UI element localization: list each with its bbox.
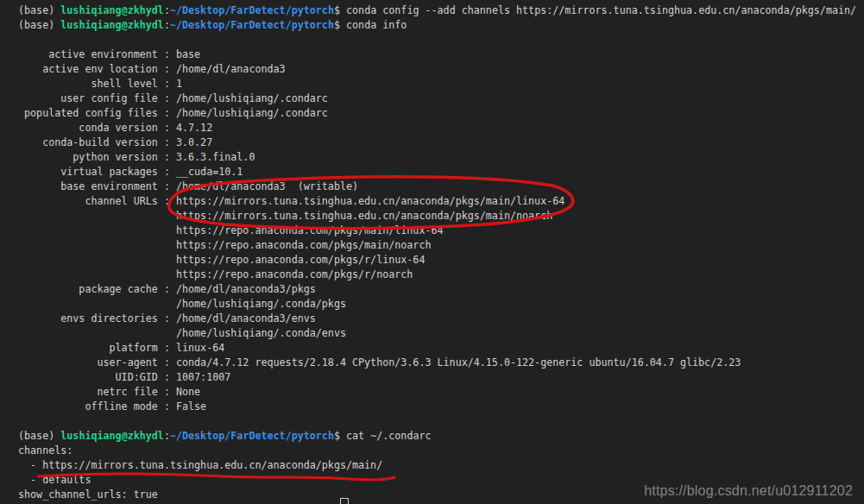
blank-line [18, 33, 864, 47]
blank-line [18, 414, 864, 429]
terminal-line: populated config files : /home/lushiqian… [18, 106, 864, 121]
terminal-line: python version : 3.6.3.final.0 [18, 150, 864, 165]
watermark: https://blog.csdn.net/u012911202 [644, 483, 853, 499]
terminal-line: UID:GID : 1007:1007 [18, 370, 864, 385]
terminal-line: https://mirrors.tuna.tsinghua.edu.cn/ana… [18, 209, 864, 224]
terminal-line: active env location : /home/dl/anaconda3 [18, 62, 864, 77]
prompt-path: ~/Desktop/FarDetect/pytorch [170, 430, 334, 442]
prompt-line-conda-config: (base) lushiqiang@zkhydl:~/Desktop/FarDe… [18, 3, 864, 18]
terminal-line: user config file : /home/lushiqiang/.con… [18, 91, 864, 106]
prompt-user-host: lushiqiang@zkhydl [60, 19, 164, 31]
terminal-line: platform : linux-64 [18, 341, 864, 356]
conda-info-output: active environment : base active env loc… [18, 47, 864, 414]
prompt-user-host: lushiqiang@zkhydl [60, 430, 164, 442]
terminal-line: offline mode : False [18, 400, 864, 414]
terminal-line: https://repo.anaconda.com/pkgs/main/linu… [18, 224, 864, 238]
command-conda-config: conda config --add channels https://mirr… [346, 4, 856, 16]
terminal-line: /home/lushiqiang/.conda/pkgs [18, 297, 864, 312]
terminal-line: user-agent : conda/4.7.12 requests/2.18.… [18, 356, 864, 370]
prompt-user-host: lushiqiang@zkhydl [60, 4, 164, 16]
prompt-colon: : [164, 4, 170, 16]
prompt-dollar: $ [334, 19, 346, 31]
terminal-line: shell level : 1 [18, 77, 864, 91]
terminal-line: channel URLs : https://mirrors.tuna.tsin… [18, 194, 864, 209]
terminal-line: https://repo.anaconda.com/pkgs/r/noarch [18, 268, 864, 282]
terminal-line: virtual packages : __cuda=10.1 [18, 165, 864, 180]
terminal-line: https://repo.anaconda.com/pkgs/main/noar… [18, 238, 864, 253]
prompt-colon: : [164, 19, 170, 31]
prompt-path: ~/Desktop/FarDetect/pytorch [170, 19, 334, 31]
command-cat-condarc: cat ~/.condarc [346, 430, 432, 442]
terminal-line: https://repo.anaconda.com/pkgs/r/linux-6… [18, 253, 864, 268]
terminal-line: channels: [18, 444, 864, 458]
terminal-line: conda version : 4.7.12 [18, 121, 864, 135]
terminal-line: netrc file : None [18, 385, 864, 400]
prompt-env: (base) [18, 430, 60, 442]
prompt-colon: : [164, 430, 170, 442]
terminal-line: envs directories : /home/dl/anaconda3/en… [18, 312, 864, 326]
prompt-line-conda-info: (base) lushiqiang@zkhydl:~/Desktop/FarDe… [18, 18, 864, 33]
terminal-line: active environment : base [18, 47, 864, 62]
prompt-path: ~/Desktop/FarDetect/pytorch [170, 4, 334, 16]
terminal-line: /home/lushiqiang/.conda/envs [18, 326, 864, 341]
terminal-line: conda-build version : 3.0.27 [18, 135, 864, 150]
prompt-dollar: $ [334, 4, 346, 16]
terminal-cursor [340, 498, 349, 504]
terminal-line: - https://mirrors.tuna.tsinghua.edu.cn/a… [18, 458, 864, 473]
prompt-env: (base) [18, 19, 60, 31]
prompt-dollar: $ [334, 430, 346, 442]
terminal-window[interactable]: (base) lushiqiang@zkhydl:~/Desktop/FarDe… [0, 0, 864, 504]
terminal-line: package cache : /home/dl/anaconda3/pkgs [18, 282, 864, 297]
command-conda-info: conda info [346, 19, 407, 31]
prompt-env: (base) [18, 4, 60, 16]
terminal-line: base environment : /home/dl/anaconda3 (w… [18, 180, 864, 194]
prompt-line-cat-condarc: (base) lushiqiang@zkhydl:~/Desktop/FarDe… [18, 429, 864, 444]
